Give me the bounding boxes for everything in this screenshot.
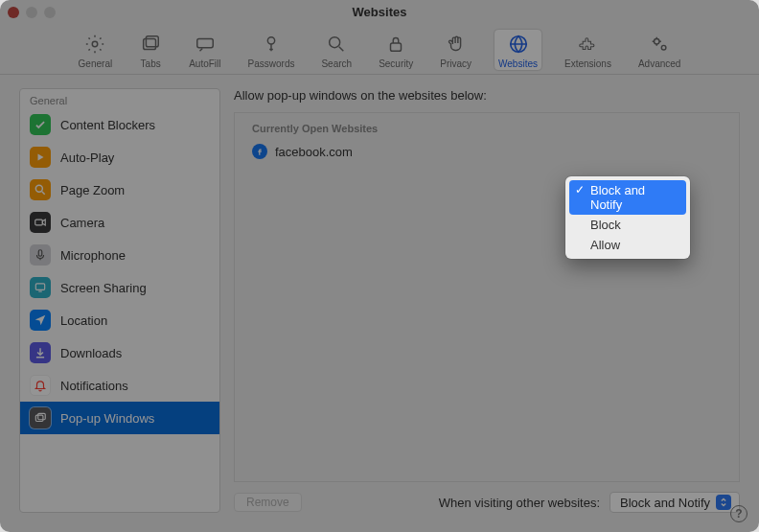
option-allow[interactable]: Allow xyxy=(569,235,686,255)
option-block[interactable]: Block xyxy=(569,215,686,235)
modal-dimmer xyxy=(0,0,759,532)
policy-dropdown: Block and Notify Block Allow xyxy=(565,176,690,259)
option-block-and-notify[interactable]: Block and Notify xyxy=(569,180,686,215)
